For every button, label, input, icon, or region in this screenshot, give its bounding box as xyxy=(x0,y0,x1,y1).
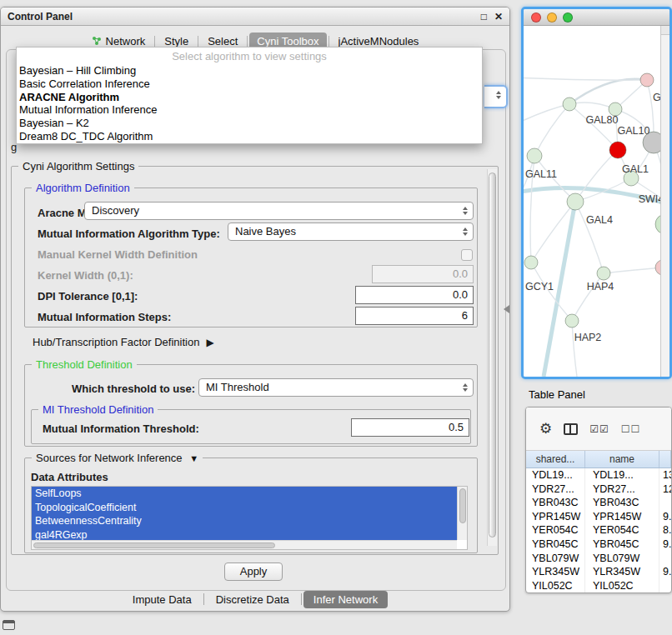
minimize-traffic-light-icon[interactable] xyxy=(547,12,557,22)
table-row[interactable]: YDR27... YDR27... 12 xyxy=(526,482,671,497)
deselect-all-icon[interactable]: ☐☐ xyxy=(621,422,641,436)
group-title: Threshold Definition xyxy=(32,358,137,371)
tab-label: Style xyxy=(164,35,188,48)
cell: YLR345W xyxy=(526,565,585,579)
apply-button[interactable]: Apply xyxy=(224,562,283,581)
node-hap4[interactable] xyxy=(597,267,610,280)
mi-algorithm-type-combobox[interactable]: Naive Bayes xyxy=(228,222,474,241)
node-label: GAL11 xyxy=(525,168,557,180)
dropdown-item[interactable]: Bayesian – K2 xyxy=(17,117,482,130)
tab-divider xyxy=(247,36,248,47)
floating-window-icon[interactable] xyxy=(3,620,15,630)
sources-title: Sources for Network Inference xyxy=(36,452,183,464)
cell: 12 xyxy=(659,482,671,497)
algorithm-combobox-fragment[interactable] xyxy=(484,85,508,108)
aracne-mode-combobox[interactable]: Discovery xyxy=(84,202,474,220)
dpi-tolerance-label: DPI Tolerance [0,1]: xyxy=(38,290,138,302)
table-row[interactable]: YBL079W YBL079W xyxy=(526,552,671,566)
node-label: HAP4 xyxy=(587,281,614,292)
tab-discretize-data[interactable]: Discretize Data xyxy=(206,591,299,608)
table-row[interactable]: YBR045C YBR045C 9. xyxy=(526,538,671,552)
list-horizontal-scrollbar[interactable] xyxy=(32,540,457,549)
table-row[interactable]: YLR345W YLR345W 9. xyxy=(526,565,671,579)
desktop: Control Panel □ ✕ Network Style Select xyxy=(0,0,672,635)
dropdown-item[interactable]: Bayesian – Hill Climbing xyxy=(17,64,482,78)
network-canvas[interactable]: GAL80 GAL10 GAL11 GAL1 SWI4 GAL4 GCY1 HA… xyxy=(524,26,669,377)
dropdown-item[interactable]: Mutual Information Inference xyxy=(17,103,482,117)
node-gcy1[interactable] xyxy=(524,256,538,269)
dropdown-item-selected[interactable]: ARACNE Algorithm xyxy=(17,91,482,104)
column-header-shared-name[interactable]: shared... xyxy=(526,451,585,468)
network-window-titlebar[interactable] xyxy=(524,9,669,26)
settings-scrollbar[interactable] xyxy=(487,169,497,546)
list-item[interactable]: BetweennessCentrality xyxy=(32,514,457,528)
combo-value: Discovery xyxy=(92,204,139,217)
close-icon[interactable]: ✕ xyxy=(494,12,503,22)
node-gal11[interactable] xyxy=(527,148,542,163)
which-threshold-label: Which threshold to use: xyxy=(72,382,195,395)
cell: 8. xyxy=(659,523,671,538)
node-gal-partial[interactable] xyxy=(640,73,654,87)
table-panel-title: Table Panel xyxy=(529,388,585,401)
scrollbar-button[interactable] xyxy=(661,26,669,35)
node-label: HAP2 xyxy=(574,332,602,343)
tab-infer-network[interactable]: Infer Network xyxy=(303,591,388,608)
network-vertical-scrollbar[interactable] xyxy=(660,26,669,377)
list-item[interactable]: SelfLoops xyxy=(32,487,457,501)
cell: 9. xyxy=(659,565,671,579)
dropdown-item[interactable]: Basic Correlation Inference xyxy=(17,78,482,91)
columns-icon[interactable] xyxy=(564,423,578,435)
table-row[interactable]: YIL052C YIL052C xyxy=(526,579,671,593)
kernel-width-field[interactable]: 0.0 xyxy=(372,265,474,283)
node-label: GAL10 xyxy=(618,125,650,137)
mi-threshold-field[interactable]: 0.5 xyxy=(351,418,469,437)
zoom-traffic-light-icon[interactable] xyxy=(563,12,573,22)
cell: YBR043C xyxy=(585,496,659,510)
column-header-partial[interactable] xyxy=(659,451,671,468)
list-item[interactable]: TopologicalCoefficient xyxy=(32,501,457,515)
list-vertical-scrollbar[interactable] xyxy=(457,487,467,540)
cell: YBR045C xyxy=(526,538,585,552)
control-panel-titlebar[interactable]: Control Panel □ ✕ xyxy=(1,8,509,26)
threshold-type-combobox[interactable]: MI Threshold xyxy=(198,378,474,397)
hub-definition-expander[interactable]: Hub/Transcription Factor Definition ▶ xyxy=(33,336,214,348)
manual-kernel-width-checkbox[interactable] xyxy=(461,249,473,261)
cell: YDL19... xyxy=(526,468,585,482)
node-unlabeled[interactable] xyxy=(563,98,576,111)
control-panel-window: Control Panel □ ✕ Network Style Select xyxy=(0,7,510,612)
node-label: GCY1 xyxy=(525,281,554,292)
group-title: MI Threshold Definition xyxy=(38,403,158,416)
expand-arrow-icon: ▶ xyxy=(206,337,213,348)
algorithm-dropdown-popup: Select algorithm to view settings Bayesi… xyxy=(16,47,483,144)
table-row[interactable]: YPR145W YPR145W 9. xyxy=(526,510,671,524)
settings-scrollbar-thumb[interactable] xyxy=(489,172,496,538)
float-window-icon[interactable]: □ xyxy=(481,12,487,22)
table-row[interactable]: YDL19... YDL19... 13 xyxy=(526,468,671,482)
list-item[interactable]: gal4RGexp xyxy=(32,528,457,541)
cell: YBL079W xyxy=(585,552,659,566)
table-row[interactable]: YBR043C YBR043C xyxy=(526,496,671,510)
scrollbar-thumb[interactable] xyxy=(33,542,275,548)
dpi-tolerance-field[interactable]: 0.0 xyxy=(355,286,474,304)
kernel-width-label: Kernel Width (0,1): xyxy=(38,269,133,282)
bottom-tab-bar: Impute Data Discretize Data Infer Networ… xyxy=(1,590,509,608)
node-gal4[interactable] xyxy=(567,193,584,210)
table-row[interactable]: YER054C YER054C 8. xyxy=(526,523,671,538)
select-all-icon[interactable]: ☑☑ xyxy=(589,422,609,436)
dropdown-item[interactable]: Dream8 DC_TDC Algorithm xyxy=(17,130,482,143)
gear-icon[interactable]: ⚙ xyxy=(539,422,552,436)
mi-steps-field[interactable]: 6 xyxy=(355,307,474,325)
cell: 9. xyxy=(659,538,671,552)
cell xyxy=(659,496,671,510)
table-header: shared... name xyxy=(526,451,671,468)
data-attributes-rows: SelfLoops TopologicalCoefficient Between… xyxy=(32,487,457,540)
sources-expander[interactable]: Sources for Network Inference ▼ xyxy=(32,452,203,464)
scrollbar-thumb[interactable] xyxy=(459,488,466,523)
splitter-collapse-arrow[interactable] xyxy=(504,305,509,313)
column-header-name[interactable]: name xyxy=(585,451,659,468)
node-hap2[interactable] xyxy=(565,314,579,328)
tab-impute-data[interactable]: Impute Data xyxy=(123,591,202,608)
tab-label: jActiveMNodules xyxy=(339,35,419,48)
close-traffic-light-icon[interactable] xyxy=(531,12,541,22)
node-selected-red[interactable] xyxy=(609,142,626,158)
